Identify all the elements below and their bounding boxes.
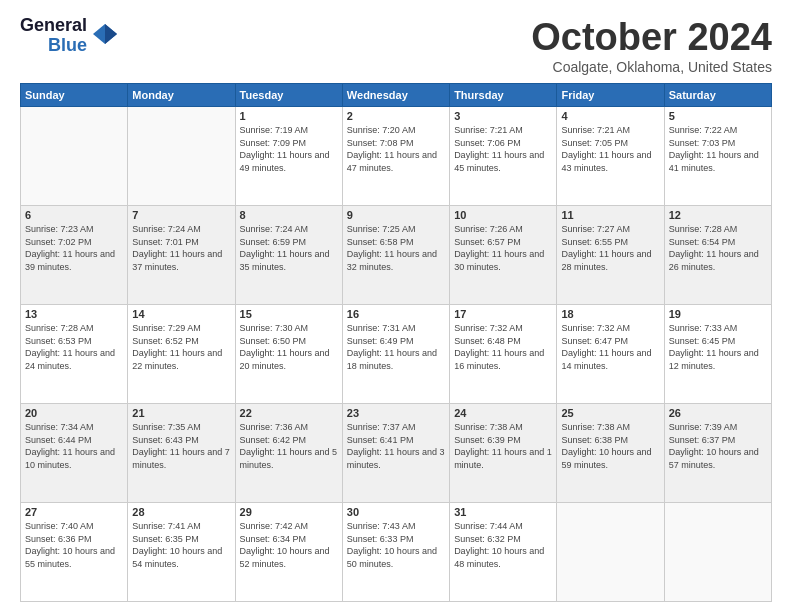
table-row: 5Sunrise: 7:22 AMSunset: 7:03 PMDaylight… xyxy=(664,107,771,206)
day-info: Sunrise: 7:33 AMSunset: 6:45 PMDaylight:… xyxy=(669,322,767,372)
day-number: 21 xyxy=(132,407,230,419)
table-row: 3Sunrise: 7:21 AMSunset: 7:06 PMDaylight… xyxy=(450,107,557,206)
day-info: Sunrise: 7:23 AMSunset: 7:02 PMDaylight:… xyxy=(25,223,123,273)
logo-blue: Blue xyxy=(48,36,87,56)
day-number: 10 xyxy=(454,209,552,221)
day-info: Sunrise: 7:31 AMSunset: 6:49 PMDaylight:… xyxy=(347,322,445,372)
calendar-table: Sunday Monday Tuesday Wednesday Thursday… xyxy=(20,83,772,602)
day-info: Sunrise: 7:21 AMSunset: 7:05 PMDaylight:… xyxy=(561,124,659,174)
table-row: 2Sunrise: 7:20 AMSunset: 7:08 PMDaylight… xyxy=(342,107,449,206)
day-info: Sunrise: 7:28 AMSunset: 6:53 PMDaylight:… xyxy=(25,322,123,372)
table-row: 29Sunrise: 7:42 AMSunset: 6:34 PMDayligh… xyxy=(235,503,342,602)
table-row: 11Sunrise: 7:27 AMSunset: 6:55 PMDayligh… xyxy=(557,206,664,305)
header-wednesday: Wednesday xyxy=(342,84,449,107)
day-number: 14 xyxy=(132,308,230,320)
calendar-week-row: 1Sunrise: 7:19 AMSunset: 7:09 PMDaylight… xyxy=(21,107,772,206)
day-info: Sunrise: 7:24 AMSunset: 7:01 PMDaylight:… xyxy=(132,223,230,273)
logo: General Blue xyxy=(20,16,119,56)
day-number: 26 xyxy=(669,407,767,419)
day-number: 5 xyxy=(669,110,767,122)
table-row: 9Sunrise: 7:25 AMSunset: 6:58 PMDaylight… xyxy=(342,206,449,305)
day-info: Sunrise: 7:20 AMSunset: 7:08 PMDaylight:… xyxy=(347,124,445,174)
table-row: 25Sunrise: 7:38 AMSunset: 6:38 PMDayligh… xyxy=(557,404,664,503)
day-number: 13 xyxy=(25,308,123,320)
day-number: 23 xyxy=(347,407,445,419)
logo-general: General xyxy=(20,16,87,36)
day-number: 17 xyxy=(454,308,552,320)
day-info: Sunrise: 7:34 AMSunset: 6:44 PMDaylight:… xyxy=(25,421,123,471)
day-number: 29 xyxy=(240,506,338,518)
day-info: Sunrise: 7:40 AMSunset: 6:36 PMDaylight:… xyxy=(25,520,123,570)
table-row: 30Sunrise: 7:43 AMSunset: 6:33 PMDayligh… xyxy=(342,503,449,602)
day-info: Sunrise: 7:19 AMSunset: 7:09 PMDaylight:… xyxy=(240,124,338,174)
table-row: 7Sunrise: 7:24 AMSunset: 7:01 PMDaylight… xyxy=(128,206,235,305)
day-number: 1 xyxy=(240,110,338,122)
table-row: 23Sunrise: 7:37 AMSunset: 6:41 PMDayligh… xyxy=(342,404,449,503)
day-info: Sunrise: 7:43 AMSunset: 6:33 PMDaylight:… xyxy=(347,520,445,570)
calendar-week-row: 27Sunrise: 7:40 AMSunset: 6:36 PMDayligh… xyxy=(21,503,772,602)
day-info: Sunrise: 7:28 AMSunset: 6:54 PMDaylight:… xyxy=(669,223,767,273)
table-row: 6Sunrise: 7:23 AMSunset: 7:02 PMDaylight… xyxy=(21,206,128,305)
day-info: Sunrise: 7:38 AMSunset: 6:39 PMDaylight:… xyxy=(454,421,552,471)
day-info: Sunrise: 7:35 AMSunset: 6:43 PMDaylight:… xyxy=(132,421,230,471)
table-row: 24Sunrise: 7:38 AMSunset: 6:39 PMDayligh… xyxy=(450,404,557,503)
day-info: Sunrise: 7:30 AMSunset: 6:50 PMDaylight:… xyxy=(240,322,338,372)
table-row: 12Sunrise: 7:28 AMSunset: 6:54 PMDayligh… xyxy=(664,206,771,305)
table-row: 26Sunrise: 7:39 AMSunset: 6:37 PMDayligh… xyxy=(664,404,771,503)
day-number: 2 xyxy=(347,110,445,122)
table-row: 15Sunrise: 7:30 AMSunset: 6:50 PMDayligh… xyxy=(235,305,342,404)
header-saturday: Saturday xyxy=(664,84,771,107)
day-info: Sunrise: 7:29 AMSunset: 6:52 PMDaylight:… xyxy=(132,322,230,372)
day-info: Sunrise: 7:41 AMSunset: 6:35 PMDaylight:… xyxy=(132,520,230,570)
table-row: 13Sunrise: 7:28 AMSunset: 6:53 PMDayligh… xyxy=(21,305,128,404)
day-number: 12 xyxy=(669,209,767,221)
table-row: 21Sunrise: 7:35 AMSunset: 6:43 PMDayligh… xyxy=(128,404,235,503)
day-info: Sunrise: 7:21 AMSunset: 7:06 PMDaylight:… xyxy=(454,124,552,174)
month-title: October 2024 xyxy=(531,16,772,59)
location: Coalgate, Oklahoma, United States xyxy=(531,59,772,75)
day-info: Sunrise: 7:39 AMSunset: 6:37 PMDaylight:… xyxy=(669,421,767,471)
table-row: 16Sunrise: 7:31 AMSunset: 6:49 PMDayligh… xyxy=(342,305,449,404)
day-info: Sunrise: 7:26 AMSunset: 6:57 PMDaylight:… xyxy=(454,223,552,273)
day-number: 8 xyxy=(240,209,338,221)
table-row: 8Sunrise: 7:24 AMSunset: 6:59 PMDaylight… xyxy=(235,206,342,305)
day-number: 11 xyxy=(561,209,659,221)
day-number: 19 xyxy=(669,308,767,320)
header-friday: Friday xyxy=(557,84,664,107)
day-info: Sunrise: 7:22 AMSunset: 7:03 PMDaylight:… xyxy=(669,124,767,174)
day-number: 25 xyxy=(561,407,659,419)
table-row: 27Sunrise: 7:40 AMSunset: 6:36 PMDayligh… xyxy=(21,503,128,602)
day-number: 31 xyxy=(454,506,552,518)
day-info: Sunrise: 7:24 AMSunset: 6:59 PMDaylight:… xyxy=(240,223,338,273)
day-info: Sunrise: 7:42 AMSunset: 6:34 PMDaylight:… xyxy=(240,520,338,570)
day-number: 18 xyxy=(561,308,659,320)
day-number: 9 xyxy=(347,209,445,221)
day-info: Sunrise: 7:38 AMSunset: 6:38 PMDaylight:… xyxy=(561,421,659,471)
header-monday: Monday xyxy=(128,84,235,107)
table-row: 1Sunrise: 7:19 AMSunset: 7:09 PMDaylight… xyxy=(235,107,342,206)
day-number: 3 xyxy=(454,110,552,122)
day-number: 24 xyxy=(454,407,552,419)
calendar-week-row: 20Sunrise: 7:34 AMSunset: 6:44 PMDayligh… xyxy=(21,404,772,503)
weekday-header-row: Sunday Monday Tuesday Wednesday Thursday… xyxy=(21,84,772,107)
day-number: 15 xyxy=(240,308,338,320)
table-row: 28Sunrise: 7:41 AMSunset: 6:35 PMDayligh… xyxy=(128,503,235,602)
day-number: 20 xyxy=(25,407,123,419)
day-info: Sunrise: 7:27 AMSunset: 6:55 PMDaylight:… xyxy=(561,223,659,273)
svg-marker-1 xyxy=(105,24,117,44)
table-row: 10Sunrise: 7:26 AMSunset: 6:57 PMDayligh… xyxy=(450,206,557,305)
header-sunday: Sunday xyxy=(21,84,128,107)
table-row xyxy=(128,107,235,206)
day-number: 22 xyxy=(240,407,338,419)
day-number: 27 xyxy=(25,506,123,518)
day-number: 6 xyxy=(25,209,123,221)
table-row: 4Sunrise: 7:21 AMSunset: 7:05 PMDaylight… xyxy=(557,107,664,206)
title-section: October 2024 Coalgate, Oklahoma, United … xyxy=(531,16,772,75)
day-info: Sunrise: 7:36 AMSunset: 6:42 PMDaylight:… xyxy=(240,421,338,471)
header: General Blue October 2024 Coalgate, Okla… xyxy=(20,16,772,75)
page: General Blue October 2024 Coalgate, Okla… xyxy=(0,0,792,612)
table-row: 14Sunrise: 7:29 AMSunset: 6:52 PMDayligh… xyxy=(128,305,235,404)
table-row: 31Sunrise: 7:44 AMSunset: 6:32 PMDayligh… xyxy=(450,503,557,602)
day-number: 4 xyxy=(561,110,659,122)
logo-icon xyxy=(91,20,119,52)
